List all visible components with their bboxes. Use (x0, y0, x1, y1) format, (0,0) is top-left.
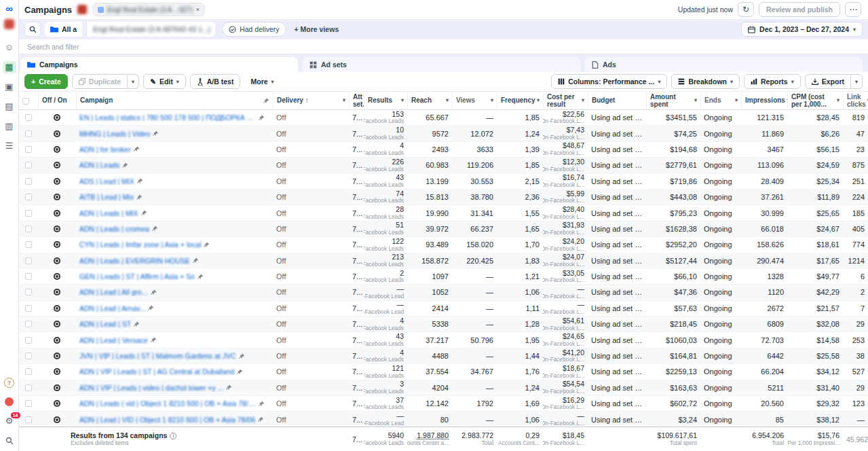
table-row[interactable]: ADN | Leads | cromea Off 7... 51On-Faceb… (19, 221, 868, 237)
campaign-toggle[interactable] (54, 400, 60, 407)
campaign-link[interactable]: ADN | VIP | Leads | video | dachst tower… (79, 384, 223, 392)
campaign-toggle[interactable] (54, 194, 60, 200)
table-row[interactable]: MHNG | Leads | Video Off 7... 10On-Faceb… (19, 126, 868, 141)
header-cost-per-result[interactable]: Cost per result▾ (543, 92, 588, 110)
refresh-button[interactable]: ↻ (738, 2, 754, 17)
campaign-scope-chip[interactable]: All a (45, 22, 82, 37)
table-row[interactable]: ADN | Lead | VID | Object 1 8210 500 | O… (19, 412, 868, 427)
table-row[interactable]: ADN | VIP | Leads | video | dachst tower… (19, 380, 868, 396)
account-thumb[interactable] (77, 5, 87, 14)
campaign-toggle[interactable] (54, 114, 60, 121)
campaign-link[interactable]: EN | Leads | statics | 780 500 178 500 |… (79, 113, 256, 122)
campaign-toggle[interactable] (54, 178, 60, 185)
campaign-link[interactable]: ADN | Lead | Arnav... (79, 304, 145, 312)
scope-value-dropdown[interactable]: Engl Real Estate (3 A 487643 43 1...) (86, 22, 215, 37)
help-icon[interactable]: ? (4, 378, 14, 388)
header-results[interactable]: Results▾ (364, 92, 407, 110)
row-checkbox[interactable] (25, 226, 32, 232)
campaigns-nav-icon[interactable]: ▦ (3, 61, 16, 73)
date-range-picker[interactable]: Dec 1, 2023 – Dec 27, 2024 ▾ (741, 22, 863, 37)
campaign-link[interactable]: ADN | Leads | EVERGRIN HOUSE (79, 257, 190, 265)
header-link-clicks[interactable]: Link clicks▾ (843, 92, 868, 110)
header-views[interactable]: Views▾ (452, 92, 497, 110)
table-row[interactable]: EN | Leads | statics | 780 500 178 500 |… (19, 110, 868, 126)
campaign-toggle[interactable] (54, 273, 60, 280)
row-checkbox[interactable] (25, 353, 32, 359)
search-filter-input[interactable] (27, 43, 299, 51)
export-button[interactable]: Export (805, 74, 851, 89)
table-row[interactable]: ADN | Lead | Arnav... Off 7... —On-Faceb… (19, 301, 868, 317)
campaign-link[interactable]: ADS | Lead | MIX (79, 177, 134, 185)
campaign-link[interactable]: ADN | VIP | Leads | ST | AG Central at D… (79, 367, 234, 376)
table-row[interactable]: ADN | Leads | MIX Off 7... 28On-Facebook… (19, 205, 868, 221)
all-tools-menu-icon[interactable]: ☰ (3, 140, 16, 152)
table-row[interactable]: ADS | Lead | MIX Off 7... 43On-Facebook … (19, 174, 868, 190)
row-checkbox[interactable] (25, 273, 32, 280)
row-checkbox[interactable] (25, 194, 32, 200)
campaign-toggle[interactable] (54, 226, 60, 232)
row-checkbox[interactable] (25, 384, 32, 391)
header-frequency[interactable]: Frequency▾ (497, 92, 543, 110)
more-views-button[interactable]: + More views (290, 25, 343, 33)
table-row[interactable]: ADN | Lead | Versace Off 7... 43On-Faceb… (19, 332, 868, 348)
row-checkbox[interactable] (25, 368, 32, 375)
export-caret-button[interactable]: ▾ (851, 74, 863, 89)
tab-ads[interactable]: Ads (585, 57, 863, 72)
breakdown-button[interactable]: Breakdown▾ (671, 74, 740, 89)
header-impressions[interactable]: Impressions▾ (741, 92, 787, 110)
row-checkbox[interactable] (25, 130, 32, 137)
table-row[interactable]: ADN | Lead | All gro... Off 7... —On-Fac… (19, 285, 868, 300)
select-all-checkbox[interactable] (22, 98, 29, 105)
review-publish-button[interactable]: Review and publish (759, 2, 840, 17)
row-checkbox[interactable] (25, 210, 32, 217)
table-row[interactable]: ADN | Leads Off 7... 226On-Facebook Lead… (19, 158, 868, 173)
meta-logo-icon[interactable]: ∞ (5, 4, 13, 14)
campaign-link[interactable]: ADN | Leads | MIX (79, 209, 138, 217)
pages-icon[interactable]: ▣ (3, 81, 16, 93)
table-row[interactable]: JVN | VIP | Leads | ST | Malmom Gardens … (19, 348, 868, 364)
campaign-toggle[interactable] (54, 210, 60, 217)
campaign-link[interactable]: ADN | Leads (79, 161, 119, 169)
campaign-toggle[interactable] (54, 368, 60, 375)
columns-button[interactable]: Columns: Performance ...▾ (551, 74, 667, 89)
header-delivery[interactable]: Delivery ↑▾ (273, 92, 349, 110)
campaign-link[interactable]: ADN | Lead | VID | Object 1 8210 500 | O… (79, 416, 255, 424)
campaign-toggle[interactable] (54, 130, 60, 137)
search-nav-icon[interactable] (3, 435, 16, 447)
campaign-toggle[interactable] (54, 337, 60, 344)
notifications-icon[interactable] (5, 397, 14, 406)
campaign-toggle[interactable] (54, 146, 60, 153)
row-checkbox[interactable] (25, 289, 32, 295)
settings-gear-icon[interactable]: ⚙14 (3, 415, 16, 427)
search-button[interactable] (24, 22, 41, 37)
reports-button[interactable]: Reports▾ (744, 74, 801, 89)
table-row[interactable]: AITB | Lead | Mix Off 7... 74On-Facebook… (19, 190, 868, 205)
row-checkbox[interactable] (25, 146, 32, 153)
row-checkbox[interactable] (25, 400, 32, 407)
table-row[interactable]: ADN | VIP | Leads | ST | AG Central at D… (19, 364, 868, 380)
row-checkbox[interactable] (25, 178, 32, 185)
duplicate-button[interactable]: Duplicate (72, 74, 128, 89)
info-icon[interactable]: i (170, 433, 176, 439)
tab-campaigns[interactable]: Campaigns (20, 57, 298, 72)
campaign-toggle[interactable] (54, 241, 60, 248)
close-tab-icon[interactable]: × (196, 6, 200, 13)
duplicate-caret-button[interactable]: ▾ (128, 74, 139, 89)
header-ends[interactable]: Ends▾ (700, 92, 741, 110)
header-cpm[interactable]: CPM (cost per 1,000...▾ (787, 92, 843, 110)
campaign-toggle[interactable] (54, 321, 60, 327)
create-button[interactable]: +Create (24, 74, 68, 89)
campaign-toggle[interactable] (54, 289, 60, 295)
campaign-link[interactable]: GEN | Leads | ST | Affirm | Asia + So (79, 272, 195, 281)
campaign-link[interactable]: ADN | for broker (79, 145, 131, 154)
header-campaign[interactable]: Campaign (76, 92, 273, 110)
account-avatar[interactable] (4, 19, 14, 29)
row-checkbox[interactable] (25, 305, 32, 312)
table-row[interactable]: ADN | for broker Off 7... 4On-Facebook L… (19, 142, 868, 158)
header-amount-spent[interactable]: Amount spent▾ (646, 92, 700, 110)
table-row[interactable]: CYN | Leads | Imfar zone | Asia + local … (19, 237, 868, 253)
campaign-link[interactable]: ADN | Lead | ST (79, 320, 131, 328)
had-delivery-filter[interactable]: Had delivery (222, 22, 286, 37)
campaign-toggle[interactable] (54, 416, 60, 423)
campaign-link[interactable]: AITB | Lead | Mix (79, 193, 134, 201)
